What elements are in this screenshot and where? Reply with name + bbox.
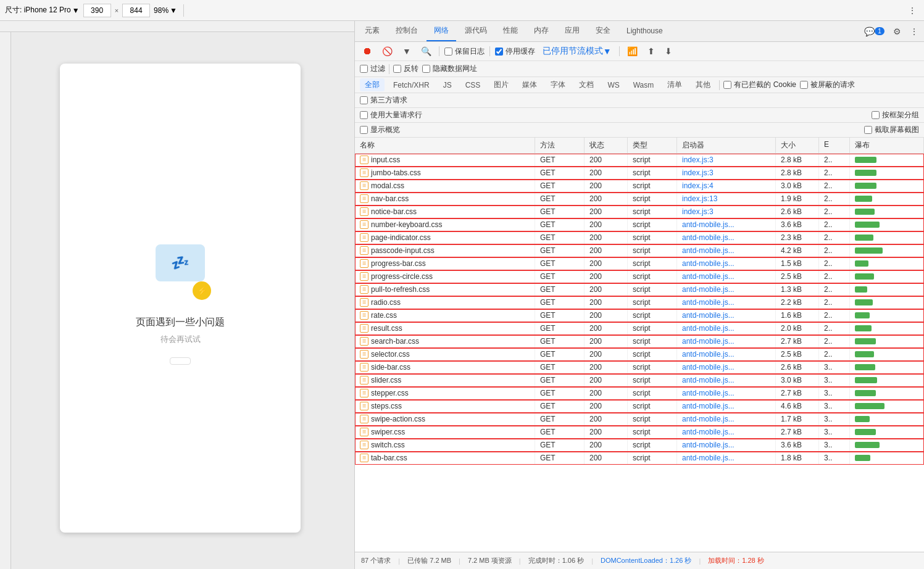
cell-initiator[interactable]: antd-mobile.js... [677, 270, 776, 283]
col-header-status[interactable]: 状态 [585, 138, 628, 153]
record-button[interactable]: ⏺ [360, 44, 375, 58]
settings-icon-button[interactable]: ⚙ [890, 25, 904, 38]
filter-checkbox-label[interactable]: 过滤 [360, 64, 385, 74]
capture-screenshot-checkbox[interactable] [864, 126, 872, 134]
table-row[interactable]: ☰ input.css GET 200 script index.js:3 2.… [355, 154, 924, 167]
table-row[interactable]: ☰ number-keyboard.css GET 200 script ant… [355, 218, 924, 231]
col-header-method[interactable]: 方法 [535, 138, 585, 153]
cell-initiator[interactable]: antd-mobile.js... [677, 413, 776, 425]
third-party-checkbox[interactable] [360, 96, 368, 104]
table-row[interactable]: ☰ tab-bar.css GET 200 script antd-mobile… [355, 452, 924, 465]
hide-data-url-checkbox[interactable] [422, 65, 430, 73]
cell-initiator[interactable]: antd-mobile.js... [677, 309, 776, 322]
show-overview-checkbox[interactable] [360, 126, 368, 134]
filter-icon-button[interactable]: ▼ [400, 45, 414, 57]
table-row[interactable]: ☰ passcode-input.css GET 200 script antd… [355, 244, 924, 257]
tab-application[interactable]: 应用 [557, 21, 587, 41]
filter-img-button[interactable]: 图片 [489, 78, 514, 91]
filter-media-button[interactable]: 媒体 [517, 78, 542, 91]
blocked-cookie-checkbox[interactable] [723, 81, 731, 89]
cell-initiator[interactable]: antd-mobile.js... [677, 322, 776, 334]
large-requests-checkbox-label[interactable]: 使用大量请求行 [360, 110, 422, 120]
col-header-name[interactable]: 名称 [355, 138, 535, 153]
cell-initiator[interactable]: antd-mobile.js... [677, 257, 776, 270]
filter-font-button[interactable]: 字体 [546, 78, 570, 91]
tab-performance[interactable]: 性能 [496, 21, 525, 41]
clear-button[interactable]: 🚫 [380, 45, 395, 57]
filter-checkbox[interactable] [360, 65, 368, 73]
cell-initiator[interactable]: antd-mobile.js... [677, 426, 776, 438]
more-options-button[interactable]: ⋮ [905, 4, 919, 17]
table-row[interactable]: ☰ progress-bar.css GET 200 script antd-m… [355, 257, 924, 270]
group-by-frame-checkbox-label[interactable]: 按框架分组 [872, 110, 919, 120]
filter-css-button[interactable]: CSS [460, 80, 486, 91]
table-row[interactable]: ☰ selector.css GET 200 script antd-mobil… [355, 348, 924, 361]
table-row[interactable]: ☰ page-indicator.css GET 200 script antd… [355, 231, 924, 244]
filter-wasm-button[interactable]: Wasm [628, 80, 659, 91]
wifi-icon-button[interactable]: 📶 [625, 45, 640, 57]
blocked-requests-checkbox[interactable] [800, 81, 808, 89]
cell-initiator[interactable]: antd-mobile.js... [677, 218, 776, 231]
show-overview-checkbox-label[interactable]: 显示概览 [360, 125, 400, 135]
disable-cache-checkbox[interactable] [495, 48, 503, 56]
filter-js-button[interactable]: JS [438, 80, 457, 91]
cell-initiator[interactable]: index.js:3 [677, 206, 776, 218]
width-input[interactable] [83, 4, 111, 17]
filter-other-button[interactable]: 其他 [691, 78, 715, 91]
filter-doc-button[interactable]: 文档 [574, 78, 599, 91]
col-header-extra[interactable]: E [819, 138, 850, 153]
reverse-checkbox[interactable] [393, 65, 401, 73]
tab-elements[interactable]: 元素 [357, 21, 387, 41]
filter-fetch-xhr-button[interactable]: Fetch/XHR [388, 80, 435, 91]
cell-initiator[interactable]: antd-mobile.js... [677, 374, 776, 386]
table-row[interactable]: ☰ nav-bar.css GET 200 script index.js:13… [355, 193, 924, 206]
cell-initiator[interactable]: index.js:3 [677, 154, 776, 166]
tab-console[interactable]: 控制台 [388, 21, 425, 41]
large-requests-checkbox[interactable] [360, 111, 368, 119]
cell-initiator[interactable]: antd-mobile.js... [677, 400, 776, 412]
cell-initiator[interactable]: antd-mobile.js... [677, 296, 776, 309]
col-header-initiator[interactable]: 启动器 [677, 138, 776, 153]
cell-initiator[interactable]: antd-mobile.js... [677, 244, 776, 257]
table-row[interactable]: ☰ swiper.css GET 200 script antd-mobile.… [355, 426, 924, 439]
group-by-frame-checkbox[interactable] [872, 111, 880, 119]
blocked-requests-checkbox-label[interactable]: 被屏蔽的请求 [800, 80, 855, 90]
cell-initiator[interactable]: antd-mobile.js... [677, 361, 776, 373]
table-row[interactable]: ☰ steps.css GET 200 script antd-mobile.j… [355, 400, 924, 413]
col-header-type[interactable]: 类型 [628, 138, 677, 153]
cell-initiator[interactable]: index.js:13 [677, 193, 776, 205]
table-row[interactable]: ☰ radio.css GET 200 script antd-mobile.j… [355, 296, 924, 309]
cell-initiator[interactable]: antd-mobile.js... [677, 283, 776, 296]
cell-initiator[interactable]: antd-mobile.js... [677, 439, 776, 451]
disable-stream-button[interactable]: 已停用节流模式 ▼ [540, 44, 614, 58]
tab-memory[interactable]: 内存 [527, 21, 556, 41]
table-row[interactable]: ☰ progress-circle.css GET 200 script ant… [355, 270, 924, 283]
search-button[interactable]: 🔍 [418, 45, 434, 57]
capture-screenshot-checkbox-label[interactable]: 截取屏幕截图 [864, 125, 919, 135]
cell-initiator[interactable]: antd-mobile.js... [677, 452, 776, 464]
cell-initiator[interactable]: antd-mobile.js... [677, 335, 776, 347]
table-row[interactable]: ☰ stepper.css GET 200 script antd-mobile… [355, 387, 924, 400]
table-row[interactable]: ☰ result.css GET 200 script antd-mobile.… [355, 322, 924, 335]
table-row[interactable]: ☰ notice-bar.css GET 200 script index.js… [355, 206, 924, 218]
download-icon-button[interactable]: ⬇ [662, 45, 675, 57]
chat-icon-button[interactable]: 💬 1 [861, 25, 888, 38]
tab-lighthouse[interactable]: Lighthouse [619, 21, 670, 41]
reverse-checkbox-label[interactable]: 反转 [393, 64, 418, 74]
more-devtools-button[interactable]: ⋮ [907, 25, 922, 38]
cell-initiator[interactable]: antd-mobile.js... [677, 348, 776, 360]
height-input[interactable] [122, 4, 150, 17]
hide-data-url-checkbox-label[interactable]: 隐藏数据网址 [422, 64, 477, 74]
filter-ws-button[interactable]: WS [602, 80, 624, 91]
col-header-size[interactable]: 大小 [776, 138, 819, 153]
table-row[interactable]: ☰ search-bar.css GET 200 script antd-mob… [355, 335, 924, 348]
upload-icon-button[interactable]: ⬆ [645, 45, 657, 57]
preserve-log-checkbox[interactable] [444, 48, 452, 56]
cell-initiator[interactable]: antd-mobile.js... [677, 387, 776, 399]
table-row[interactable]: ☰ modal.css GET 200 script index.js:4 3.… [355, 180, 924, 193]
disable-cache-checkbox-label[interactable]: 停用缓存 [495, 46, 535, 57]
third-party-checkbox-label[interactable]: 第三方请求 [360, 95, 407, 106]
zoom-selector[interactable]: 98% ▼ [154, 6, 177, 15]
blocked-cookie-checkbox-label[interactable]: 有已拦截的 Cookie [723, 80, 796, 90]
table-row[interactable]: ☰ pull-to-refresh.css GET 200 script ant… [355, 283, 924, 296]
